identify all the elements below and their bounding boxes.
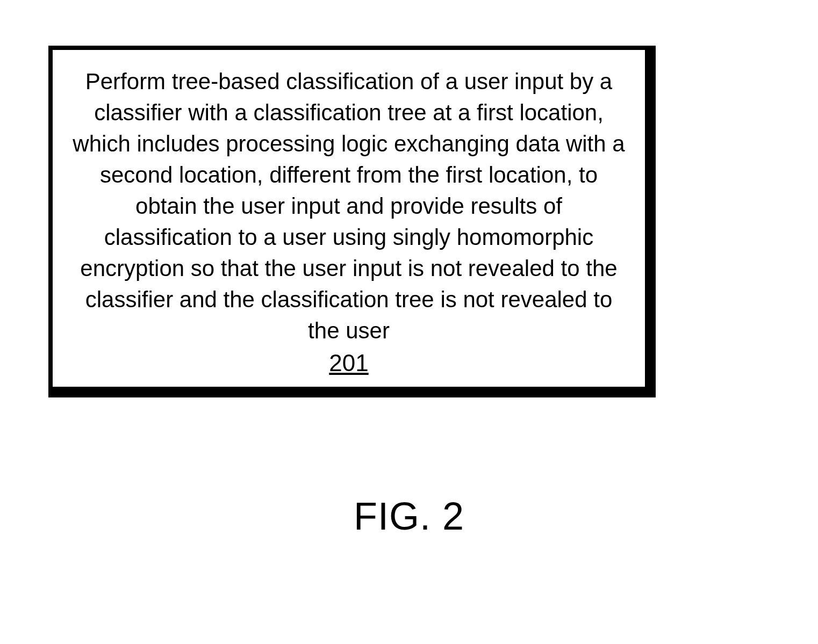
figure-label: FIG. 2 <box>0 494 818 538</box>
flowchart-step-text: Perform tree-based classification of a u… <box>69 66 628 346</box>
flowchart-step-shadow: Perform tree-based classification of a u… <box>48 46 656 397</box>
flowchart-step-box: Perform tree-based classification of a u… <box>48 46 649 391</box>
flowchart-step-reference-number: 201 <box>329 350 368 377</box>
figure-canvas: Perform tree-based classification of a u… <box>0 0 818 644</box>
